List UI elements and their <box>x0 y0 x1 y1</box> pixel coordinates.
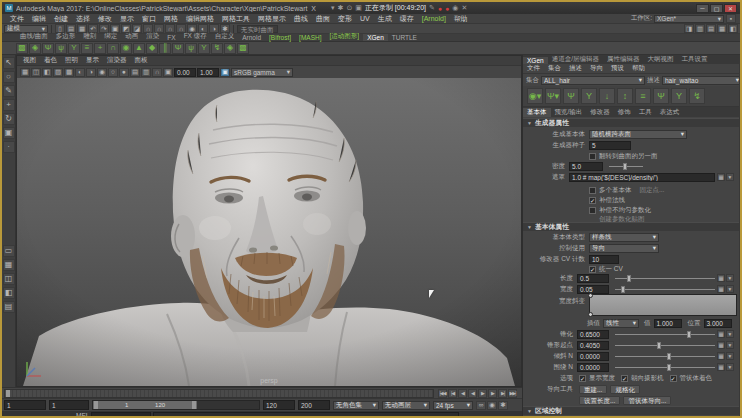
wireframe-icon[interactable]: ○ <box>108 68 118 77</box>
close-button[interactable]: ✕ <box>724 4 737 13</box>
panel-tab-1[interactable]: 通道盒/层编辑器 <box>548 55 603 64</box>
toggle-layer-editor-icon[interactable]: ▦ <box>717 24 727 33</box>
move-tool-icon[interactable]: + <box>3 99 15 111</box>
xgen-density-icon[interactable]: ▲ <box>133 43 145 54</box>
shelf-tab-3[interactable]: 绑定 <box>100 32 121 41</box>
xgen-guide-toolbar-icon[interactable]: Y <box>671 88 687 104</box>
record-dot-icon[interactable]: ● <box>438 5 442 12</box>
face-camera-checkbox[interactable]: ✓ <box>621 375 628 382</box>
ramp-handle[interactable] <box>588 312 593 317</box>
colorspace-dropdown[interactable]: sRGB gamma ▾ <box>231 68 293 77</box>
menu-3[interactable]: 选择 <box>72 14 94 24</box>
rotate-tool-icon[interactable]: ↻ <box>3 113 15 125</box>
menu-4[interactable]: 修改 <box>94 14 116 24</box>
map-icon[interactable]: ▦ <box>717 363 725 371</box>
fixed-points-button[interactable]: 固定点... <box>640 186 665 195</box>
xgen-subtab-3[interactable]: 修饰 <box>614 108 635 117</box>
color-management-icon[interactable]: ▣ <box>220 68 230 77</box>
xgen-groom-icon[interactable]: ψ <box>55 43 67 54</box>
xgen-cut-icon[interactable]: ║ <box>159 43 171 54</box>
xgen-sculpt-guides-icon[interactable]: ↕ <box>617 88 633 104</box>
set-length-button[interactable]: 设置长度... <box>579 396 620 405</box>
xgen-convert-icon[interactable]: ◈ <box>224 43 236 54</box>
go-end-icon[interactable]: ▶▶| <box>508 389 517 398</box>
panel-tab-2[interactable]: 属性编辑器 <box>603 55 644 64</box>
gamma-field[interactable]: 1.00 <box>197 68 219 77</box>
xgen-place-guides-icon[interactable]: Y <box>581 88 597 104</box>
command-input[interactable] <box>91 412 151 418</box>
map-icon[interactable]: ▦ <box>717 330 725 338</box>
mask-field[interactable]: 1.0 # map('${DESC}/density/') <box>569 173 715 182</box>
toggle-channel-box-icon[interactable]: ▤ <box>706 24 716 33</box>
map-icon[interactable]: ▦ <box>717 173 725 181</box>
range-slider-track[interactable]: 1 120 <box>92 400 260 410</box>
menu-6[interactable]: 窗口 <box>138 14 160 24</box>
anim-layer-dropdown[interactable]: 无动画层 ▾ <box>382 401 430 410</box>
chevron-down-icon[interactable]: ▾ <box>726 352 734 360</box>
loop-icon[interactable]: ∞ <box>476 401 486 410</box>
recorder-camera-icon[interactable]: ◉ <box>452 4 458 12</box>
xgen-comb-guides-icon[interactable]: ≡ <box>635 88 651 104</box>
workspace-lock-icon[interactable]: ▪ <box>726 14 736 23</box>
recorder-gear-icon[interactable]: ✱ <box>338 4 344 12</box>
normalize-button[interactable]: 规格化 <box>610 385 640 394</box>
safe-title-icon[interactable]: ◉ <box>97 68 107 77</box>
viewport-menu-0[interactable]: 视图 <box>20 56 39 65</box>
flip-checkbox[interactable] <box>589 153 596 160</box>
scale-tool-icon[interactable]: ▣ <box>3 127 15 139</box>
taper-field[interactable]: 0.6500 <box>577 330 609 339</box>
xgen-description-menu-icon[interactable]: Ψ▾ <box>545 88 561 104</box>
xgen-menu-0[interactable]: 文件 <box>523 64 544 73</box>
xgen-clump-icon[interactable]: + <box>94 43 106 54</box>
shelf-tab-6[interactable]: FX <box>163 34 179 41</box>
multiple-primitives-checkbox[interactable] <box>589 187 596 194</box>
shelf-tab-12[interactable]: [运动图形] <box>326 32 364 41</box>
xgen-preview-refresh-icon[interactable]: ◉▾ <box>527 88 543 104</box>
film-gate-icon[interactable]: ◧ <box>42 68 52 77</box>
range-slider-bar[interactable]: 1 120 <box>93 401 197 409</box>
toggle-toolbox-icon[interactable]: ▥ <box>695 24 705 33</box>
shaded-icon[interactable]: ● <box>119 68 129 77</box>
current-time-marker[interactable] <box>6 390 10 397</box>
generate-primitives-dropdown[interactable]: 随机横跨表面 ▾ <box>589 130 687 139</box>
menu-13[interactable]: 变形 <box>334 14 356 24</box>
xgen-guide-icon[interactable]: Y <box>68 43 80 54</box>
xgen-subtab-1[interactable]: 预览/输出 <box>551 108 587 117</box>
tilt-n-slider[interactable] <box>615 352 715 361</box>
density-field[interactable]: 5.0 <box>569 162 603 171</box>
gate-mask-icon[interactable]: ▩ <box>64 68 74 77</box>
anim-end-field[interactable]: 200 <box>298 400 330 410</box>
current-frame-field[interactable]: 1 <box>4 400 46 410</box>
xgen-wind-icon[interactable]: ↯ <box>211 43 223 54</box>
width-ramp-widget[interactable] <box>589 294 737 316</box>
menu-7[interactable]: 网格 <box>160 14 182 24</box>
xgen-add-guide-icon[interactable]: ↓ <box>599 88 615 104</box>
ao-icon[interactable]: ▣ <box>163 68 173 77</box>
shelf-tab-4[interactable]: 动画 <box>121 32 142 41</box>
chevron-down-icon[interactable]: ▾ <box>726 285 734 293</box>
shelf-tab-5[interactable]: 渲染 <box>142 32 163 41</box>
toggle-attr-editor-icon[interactable]: ◨ <box>684 24 694 33</box>
description-dropdown[interactable]: hair_waitao ▾ <box>662 76 742 85</box>
select-tool-icon[interactable]: ↖ <box>3 57 15 69</box>
menu-18[interactable]: 帮助 <box>450 14 472 24</box>
ramp-value-field[interactable]: 1.000 <box>654 319 682 328</box>
menu-9[interactable]: 网格工具 <box>218 14 254 24</box>
menu-8[interactable]: 编辑网格 <box>182 14 218 24</box>
last-tool-icon[interactable]: · <box>3 141 15 153</box>
primitive-section-header[interactable]: ▼ 基本体属性 <box>523 222 742 231</box>
viewport-menu-5[interactable]: 面板 <box>132 56 151 65</box>
primitive-type-dropdown[interactable]: 样条线 ▾ <box>589 233 659 242</box>
xgen-wind-icon[interactable]: ↯ <box>689 88 705 104</box>
menu-5[interactable]: 显示 <box>116 14 138 24</box>
textured-icon[interactable]: ▤ <box>130 68 140 77</box>
xgen-preview-icon[interactable]: ◉ <box>120 43 132 54</box>
recorder-close-icon[interactable]: ✕ <box>461 4 467 12</box>
grid-icon[interactable]: ◫ <box>31 68 41 77</box>
xgen-place-icon[interactable]: Y <box>198 43 210 54</box>
map-icon[interactable]: ▦ <box>717 341 725 349</box>
xgen-menu-2[interactable]: 描述 <box>565 64 586 73</box>
xgen-subtab-4[interactable]: 工具 <box>635 108 656 117</box>
xgen-subtab-2[interactable]: 修改器 <box>586 108 614 117</box>
recorder-pen-icon[interactable]: ✎ <box>429 4 435 12</box>
